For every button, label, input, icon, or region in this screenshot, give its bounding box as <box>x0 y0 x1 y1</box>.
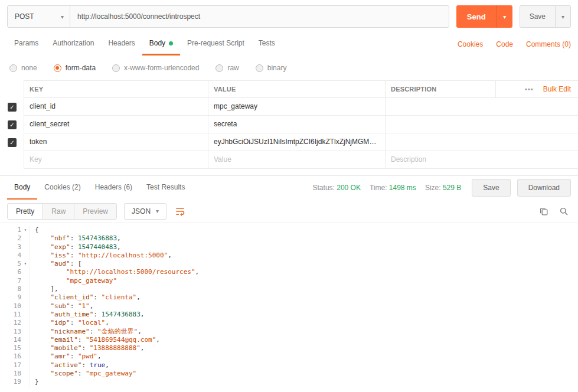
fold-toggle-icon[interactable]: ▾ <box>21 260 30 268</box>
fold-spacer <box>21 251 30 260</box>
response-tab-body[interactable]: Body <box>7 176 37 200</box>
search-response-button[interactable] <box>559 207 569 216</box>
description-placeholder-cell[interactable]: Description <box>385 151 578 169</box>
mode-binary[interactable]: binary <box>256 64 287 72</box>
mode-label: form-data <box>66 64 96 72</box>
response-meta-row: Body Cookies (2) Headers (6) Test Result… <box>0 176 578 200</box>
column-header-key: KEY <box>24 80 208 98</box>
comments-link[interactable]: Comments (0) <box>526 40 571 48</box>
fold-spacer <box>21 370 30 378</box>
code-content: "nickname": "金焰的世界", <box>35 328 142 336</box>
tab-label: Headers <box>108 39 135 47</box>
description-cell[interactable] <box>385 98 578 116</box>
url-input[interactable] <box>70 6 449 27</box>
code-link[interactable]: Code <box>496 40 513 48</box>
table-new-row: Key Value Description <box>0 151 578 169</box>
description-cell[interactable] <box>385 116 578 133</box>
tab-label: Params <box>14 39 38 47</box>
mode-label: none <box>21 64 37 72</box>
code-line: 1▾{ <box>0 226 578 234</box>
status-label: Status: <box>313 184 335 192</box>
save-dropdown-button[interactable]: ▾ <box>555 5 571 28</box>
save-request-button[interactable]: Save <box>520 5 555 28</box>
line-number: 8 <box>0 285 21 293</box>
line-number: 15 <box>0 344 21 352</box>
code-line: 6 "http://localhost:5000/resources", <box>0 268 578 276</box>
tab-label: Pre-request Script <box>187 39 244 47</box>
key-cell[interactable]: token <box>24 133 208 151</box>
copy-icon <box>539 207 548 216</box>
tab-params[interactable]: Params <box>7 33 45 55</box>
mode-form-data[interactable]: form-data <box>54 64 96 72</box>
save-response-button[interactable]: Save <box>472 179 510 197</box>
description-cell[interactable] <box>385 133 578 151</box>
mode-x-www-form-urlencoded[interactable]: x-www-form-urlencoded <box>112 64 199 72</box>
key-placeholder-cell[interactable]: Key <box>24 151 208 169</box>
code-content: } <box>35 378 39 386</box>
line-number: 7 <box>0 277 21 285</box>
more-options-icon[interactable]: ••• <box>525 81 534 98</box>
response-body-editor[interactable]: 1▾{2 "nbf": 1547436883,3 "exp": 15474404… <box>0 223 578 391</box>
radio-icon <box>112 64 120 72</box>
value-cell[interactable]: secreta <box>208 116 385 133</box>
code-line: 15 "mobile": "13888888888", <box>0 344 578 352</box>
send-button[interactable]: Send <box>456 5 497 28</box>
value-cell[interactable]: eyJhbGciOiJSUzI1NiIsImtpZCI6IjdkZTlxZjNj… <box>208 133 385 151</box>
response-tab-test-results[interactable]: Test Results <box>139 176 192 200</box>
format-label: JSON <box>132 207 151 215</box>
tab-body[interactable]: Body <box>142 33 180 55</box>
key-cell[interactable]: client_secret <box>24 116 208 133</box>
fold-toggle-icon[interactable]: ▾ <box>21 226 30 234</box>
line-number: 19 <box>0 378 21 386</box>
save-split-button: Save ▾ <box>520 5 571 28</box>
key-cell[interactable]: client_id <box>24 98 208 116</box>
cookies-link[interactable]: Cookies <box>458 40 483 48</box>
send-dropdown-button[interactable]: ▾ <box>497 5 512 28</box>
response-tab-headers[interactable]: Headers (6) <box>88 176 139 200</box>
format-select[interactable]: JSON ▾ <box>124 203 166 220</box>
code-content: { <box>35 226 39 234</box>
fold-spacer <box>21 378 30 386</box>
bulk-edit-link[interactable]: Bulk Edit <box>543 81 571 98</box>
value-placeholder-cell[interactable]: Value <box>208 151 385 169</box>
row-checkbox-checked[interactable]: ✓ <box>8 138 17 147</box>
line-number: 13 <box>0 328 21 336</box>
time-value: 1498 ms <box>389 184 416 192</box>
column-header-description: DESCRIPTION <box>385 80 495 98</box>
code-line: 13 "nickname": "金焰的世界", <box>0 328 578 336</box>
view-mode-raw[interactable]: Raw <box>43 204 74 219</box>
tab-tests[interactable]: Tests <box>252 33 282 55</box>
row-checkbox-cell: ✓ <box>0 98 24 116</box>
code-content: "client_id": "clienta", <box>35 293 141 302</box>
response-tab-cookies[interactable]: Cookies (2) <box>37 176 87 200</box>
code-line: 3 "exp": 1547440483, <box>0 243 578 251</box>
mode-none[interactable]: none <box>9 64 37 72</box>
view-mode-preview[interactable]: Preview <box>74 204 116 219</box>
view-mode-switcher: Pretty Raw Preview <box>7 203 117 220</box>
row-checkbox-checked[interactable]: ✓ <box>8 103 17 112</box>
line-number: 14 <box>0 336 21 344</box>
copy-response-button[interactable] <box>539 207 548 216</box>
code-line: 12 "idp": "local", <box>0 319 578 327</box>
line-number: 6 <box>0 268 21 276</box>
method-select[interactable]: POST ▾ <box>8 6 70 27</box>
code-line: 8 ], <box>0 285 578 293</box>
tab-headers[interactable]: Headers <box>101 33 142 55</box>
mode-raw[interactable]: raw <box>215 64 239 72</box>
code-line: 19} <box>0 378 578 386</box>
header-checkbox-spacer <box>0 80 24 98</box>
tab-pre-request-script[interactable]: Pre-request Script <box>180 33 252 55</box>
tab-authorization[interactable]: Authorization <box>45 33 101 55</box>
view-mode-pretty[interactable]: Pretty <box>8 204 43 219</box>
download-response-button[interactable]: Download <box>517 179 571 197</box>
time-badge: Time: 1498 ms <box>370 184 416 192</box>
mode-label: raw <box>227 64 239 72</box>
tab-label: Tests <box>259 39 275 47</box>
row-checkbox-checked[interactable]: ✓ <box>8 120 17 129</box>
body-unsaved-dot <box>169 41 173 45</box>
value-cell[interactable]: mpc_gateway <box>208 98 385 116</box>
wrap-text-button[interactable] <box>175 206 185 217</box>
chevron-down-icon: ▾ <box>561 14 564 20</box>
radio-icon <box>9 64 17 72</box>
code-content: "aud": [ <box>35 260 82 268</box>
